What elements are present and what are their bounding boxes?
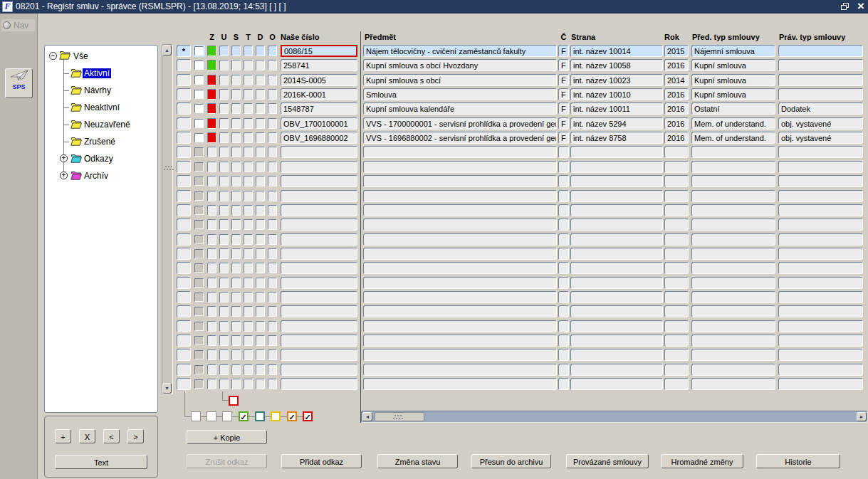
status-z-cell[interactable] — [207, 205, 216, 216]
strana-field[interactable]: int. název 10023 — [570, 74, 663, 86]
prav-typ-field[interactable] — [778, 305, 863, 317]
pred-typ-field[interactable] — [691, 248, 775, 260]
c-field[interactable] — [558, 320, 569, 332]
rok-field[interactable] — [664, 219, 689, 231]
flag-o-cell[interactable] — [268, 292, 277, 302]
flag-u-cell[interactable] — [219, 379, 229, 389]
row-select-checkbox[interactable] — [194, 220, 204, 229]
strana-field[interactable] — [570, 335, 663, 347]
flag-t-cell[interactable] — [244, 335, 253, 346]
nase-cislo-field[interactable] — [281, 146, 357, 158]
c-field[interactable]: F — [558, 59, 569, 71]
strana-field[interactable] — [570, 146, 663, 158]
predmet-field[interactable]: Kupní smlouva s obcí — [363, 74, 557, 86]
nase-cislo-field[interactable]: 258741 — [281, 59, 357, 71]
record-indicator[interactable] — [177, 378, 191, 390]
flag-u-cell[interactable] — [219, 147, 229, 157]
record-indicator[interactable] — [177, 335, 191, 347]
c-field[interactable] — [558, 277, 569, 289]
record-indicator[interactable] — [177, 248, 191, 260]
predmet-field[interactable]: VVS - 1700000001 - servisní prohlídka a … — [363, 117, 557, 130]
row-select-checkbox[interactable] — [194, 249, 204, 258]
status-z-cell[interactable] — [207, 132, 216, 143]
flag-t-cell[interactable] — [244, 364, 253, 375]
c-field[interactable]: F — [558, 132, 569, 144]
flag-s-cell[interactable] — [231, 306, 241, 317]
record-indicator[interactable] — [177, 204, 191, 216]
kopie-button[interactable]: + Kopie — [187, 430, 267, 444]
row-select-checkbox[interactable] — [194, 177, 204, 186]
flag-s-cell[interactable] — [231, 147, 241, 157]
prav-typ-field[interactable]: obj. vystavené — [778, 117, 863, 130]
rok-field[interactable]: 2016 — [664, 88, 689, 100]
prav-typ-field[interactable] — [778, 349, 863, 361]
row-select-checkbox[interactable] — [194, 206, 204, 215]
record-indicator[interactable] — [177, 146, 191, 158]
pred-typ-field[interactable] — [691, 175, 775, 187]
row-select-checkbox[interactable] — [194, 46, 204, 56]
status-z-cell[interactable] — [207, 162, 216, 172]
pred-typ-field[interactable]: Mem. of understand. — [691, 132, 775, 144]
flag-s-cell[interactable] — [231, 349, 241, 360]
rok-field[interactable] — [664, 364, 689, 376]
nav-toggle[interactable]: Nav — [1, 19, 35, 31]
flag-s-cell[interactable] — [231, 75, 241, 85]
row-select-checkbox[interactable] — [194, 365, 204, 374]
pridat-odkaz-button[interactable]: Přidat odkaz — [281, 454, 362, 468]
flag-t-cell[interactable] — [244, 132, 253, 143]
c-field[interactable] — [558, 204, 569, 216]
nase-cislo-field[interactable] — [281, 349, 357, 361]
status-z-cell[interactable] — [207, 234, 216, 245]
row-select-checkbox[interactable] — [194, 147, 204, 157]
flag-d-cell[interactable] — [256, 162, 265, 172]
row-select-checkbox[interactable] — [194, 191, 204, 201]
flag-u-cell[interactable] — [219, 205, 229, 216]
nase-cislo-field[interactable] — [281, 248, 357, 260]
rok-field[interactable] — [664, 248, 689, 260]
provazane-smlouvy-button[interactable]: Provázané smlouvy — [566, 454, 649, 468]
prav-typ-field[interactable] — [778, 248, 863, 260]
predmet-field[interactable] — [363, 364, 557, 376]
flag-s-cell[interactable] — [231, 46, 241, 56]
nase-cislo-field[interactable]: 0086/15 — [281, 45, 357, 57]
flag-d-cell[interactable] — [256, 248, 265, 259]
nase-cislo-field[interactable] — [281, 161, 357, 173]
rok-field[interactable]: 2016 — [664, 59, 689, 71]
flag-d-cell[interactable] — [256, 103, 265, 114]
flag-s-cell[interactable] — [231, 335, 241, 346]
c-field[interactable] — [558, 219, 569, 231]
flag-u-cell[interactable] — [219, 162, 229, 172]
close-icon[interactable]: × — [857, 0, 864, 13]
flag-o-cell[interactable] — [268, 132, 277, 143]
c-field[interactable]: F — [558, 88, 569, 100]
status-z-cell[interactable] — [207, 46, 216, 56]
strana-field[interactable] — [570, 175, 663, 187]
flag-t-cell[interactable] — [244, 278, 253, 288]
pred-typ-field[interactable] — [691, 320, 775, 332]
record-indicator[interactable] — [177, 349, 191, 361]
rok-field[interactable] — [664, 349, 689, 361]
presun-do-archivu-button[interactable]: Přesun do archivu — [471, 454, 551, 468]
prav-typ-field[interactable] — [778, 262, 863, 274]
flag-d-cell[interactable] — [256, 335, 265, 346]
flag-u-cell[interactable] — [219, 75, 229, 85]
nase-cislo-field[interactable] — [281, 305, 357, 317]
prav-typ-field[interactable]: obj. vystavené — [778, 132, 863, 144]
status-z-cell[interactable] — [207, 248, 216, 259]
rok-field[interactable]: 2016 — [664, 117, 689, 130]
pred-typ-field[interactable]: Kupní smlouva — [691, 74, 775, 86]
filter-checkbox-gray[interactable] — [191, 411, 201, 421]
status-z-cell[interactable] — [207, 321, 216, 332]
strana-field[interactable] — [570, 364, 663, 376]
predmet-field[interactable]: Kupní smlouva s obcí Hvozdany — [363, 59, 557, 71]
predmet-field[interactable] — [363, 233, 557, 246]
strana-field[interactable] — [570, 378, 663, 390]
flag-o-cell[interactable] — [268, 191, 277, 201]
row-select-checkbox[interactable] — [194, 350, 204, 359]
flag-o-cell[interactable] — [268, 306, 277, 317]
flag-t-cell[interactable] — [244, 191, 253, 201]
predmet-field[interactable] — [363, 190, 557, 202]
flag-t-cell[interactable] — [244, 60, 253, 70]
nase-cislo-field[interactable] — [281, 378, 357, 390]
flag-o-cell[interactable] — [268, 364, 277, 375]
